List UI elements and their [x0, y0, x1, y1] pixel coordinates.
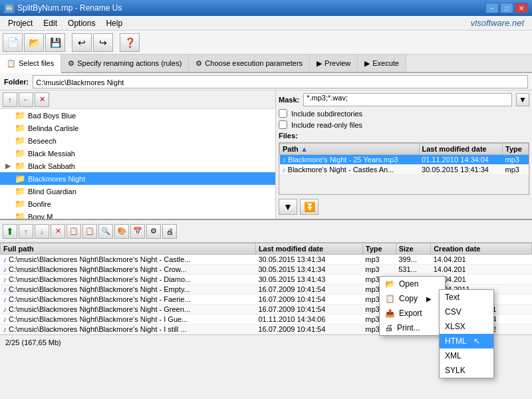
tree-back-button[interactable]: ← [19, 92, 33, 107]
menu-edit[interactable]: Edit [38, 16, 63, 30]
color-button[interactable]: 🎨 [114, 224, 129, 239]
results-table-row[interactable]: ♪ C:\music\Blackmores Night\Blackmore's … [1, 275, 532, 285]
ctx-open[interactable]: 📂 Open [380, 277, 445, 291]
tab-label: Choose execution parameters [205, 59, 303, 67]
context-menu: 📂 Open 📋 Copy ▶ 📤 Export 🖨 Print... [379, 276, 446, 336]
include-readonly-row: Include read-only files [279, 120, 529, 129]
include-readonly-checkbox[interactable] [279, 120, 287, 129]
result-cdate: 14.04.201 [431, 255, 532, 265]
settings-button[interactable]: ⚙ [146, 224, 161, 239]
tab-select-files[interactable]: 📋 Select files [0, 55, 61, 73]
ctx-copy[interactable]: 📋 Copy ▶ [380, 291, 445, 306]
tree-item[interactable]: 📁 Belinda Carlisle [0, 122, 275, 134]
app-icon: 🔤 [4, 3, 15, 13]
ctx-print[interactable]: 🖨 Print... [380, 321, 445, 335]
tree-item[interactable]: 📁 Blind Guardian [0, 185, 275, 198]
col-size[interactable]: Size [396, 243, 430, 255]
paste-button[interactable]: 📋 [82, 224, 97, 239]
submenu-csv[interactable]: CSV [440, 305, 493, 319]
minimize-button[interactable]: − [485, 3, 499, 13]
files-table-row[interactable]: ♪ Blackmore's Night - 25 Years.mp3 01.11… [280, 155, 529, 165]
tree-item[interactable]: 📁 Bony M [0, 210, 275, 219]
delete-button[interactable]: ✕ [51, 224, 65, 239]
col-modified[interactable]: Last modified date [255, 243, 362, 255]
file-path: ♪ Blackmore's Night - 25 Years.mp3 [280, 155, 420, 165]
result-date: 16.07.2009 10:41:54 [255, 305, 362, 315]
submenu-sylk[interactable]: SYLK [440, 363, 493, 378]
folder-icon: 📁 [15, 136, 25, 146]
tree-item-label: Bonfire [28, 200, 51, 208]
col-fullpath[interactable]: Full path [1, 243, 256, 255]
tab-exec-params[interactable]: ⚙ Choose execution parameters [189, 55, 310, 72]
tree-item[interactable]: 📁 Bonfire [0, 198, 275, 210]
redo-button[interactable]: ↪ [93, 33, 113, 52]
folder-icon: 📁 [15, 211, 25, 219]
submenu-xml[interactable]: XML [440, 348, 493, 363]
files-table-row[interactable]: ♪ Blackmore's Night - Castles An... 30.0… [280, 165, 529, 175]
folder-tree[interactable]: 📁 Bad Boys Blue 📁 Belinda Carlisle 📁 Bes… [0, 109, 275, 219]
tree-toolbar: ↑ ← ✕ [0, 90, 275, 109]
col-modified[interactable]: Last modified date [419, 144, 502, 155]
search-button[interactable]: 🔍 [98, 224, 113, 239]
nav-down-button[interactable]: ▼ [279, 199, 297, 215]
tree-item[interactable]: ▶ 📁 Black Sabbath [0, 160, 275, 172]
undo-button[interactable]: ↩ [72, 33, 92, 52]
result-path: ♪ C:\music\Blackmores Night\Blackmore's … [1, 305, 256, 315]
main-content: ↑ ← ✕ 📁 Bad Boys Blue 📁 Belinda Carlisle… [0, 90, 532, 220]
tree-up-button[interactable]: ↑ [3, 92, 17, 107]
tree-item-label: Black Sabbath [28, 162, 75, 170]
tab-icon: ▶ [317, 59, 322, 68]
close-button[interactable]: ✕ [515, 3, 528, 13]
main-toolbar: 📄 📂 💾 ↩ ↪ ❓ [0, 31, 532, 55]
print-button[interactable]: 🖨 [162, 224, 177, 239]
tree-item-selected[interactable]: 📁 Blackmores Night [0, 172, 275, 185]
tree-item[interactable]: 📁 Beseech [0, 134, 275, 147]
menu-project[interactable]: Project [3, 16, 38, 30]
col-type[interactable]: Type [362, 243, 396, 255]
window-controls: − □ ✕ [485, 3, 528, 13]
sort-icon: ▲ [301, 145, 308, 153]
results-table-row[interactable]: ♪ C:\music\Blackmores Night\Blackmore's … [1, 255, 532, 265]
tab-preview[interactable]: ▶ Preview [310, 55, 358, 72]
help-button[interactable]: ❓ [120, 33, 140, 52]
result-path: ♪ C:\music\Blackmores Night\Blackmore's … [1, 255, 256, 265]
col-type[interactable]: Type [502, 144, 528, 155]
ctx-export[interactable]: 📤 Export [380, 306, 445, 321]
tree-item[interactable]: 📁 Black Messiah [0, 147, 275, 160]
mask-dropdown[interactable]: ▼ [516, 93, 529, 106]
calendar-button[interactable]: 📅 [130, 224, 145, 239]
copy-button[interactable]: 📋 [66, 224, 81, 239]
tab-execute[interactable]: ▶ Execute [358, 55, 406, 72]
tab-rename-rules[interactable]: ⚙ Specify renaming actions (rules) [61, 55, 189, 72]
tab-label: Select files [19, 59, 54, 67]
col-creation[interactable]: Creation date [431, 243, 532, 255]
menu-help[interactable]: Help [100, 16, 128, 30]
col-path[interactable]: Path ▲ [280, 144, 420, 155]
new-button[interactable]: 📄 [3, 33, 23, 52]
include-subdirs-row: Include subdirectories [279, 109, 529, 118]
result-date: 16.07.2009 10:41:54 [255, 325, 362, 334]
folder-path[interactable]: C:\music\Blackmores Night [33, 75, 528, 88]
step-tabs: 📋 Select files ⚙ Specify renaming action… [0, 55, 532, 73]
result-date: 01.11.2010 14:34:06 [255, 315, 362, 325]
include-subdirs-checkbox[interactable] [279, 109, 287, 118]
submenu-html[interactable]: HTML ↖ [440, 334, 493, 348]
results-table-row[interactable]: ♪ C:\music\Blackmores Night\Blackmore's … [1, 265, 532, 275]
nav-bottom-button[interactable]: ⏬ [300, 199, 319, 215]
open-button[interactable]: 📂 [24, 33, 44, 52]
maximize-button[interactable]: □ [500, 3, 513, 13]
export-submenu: Text CSV XLSX HTML ↖ XML SYLK [439, 289, 494, 378]
save-button[interactable]: 💾 [45, 33, 65, 52]
submenu-xlsx[interactable]: XLSX [440, 319, 493, 334]
menu-options[interactable]: Options [63, 16, 100, 30]
mask-input[interactable]: *.mp3;*.wav; [303, 93, 512, 106]
move-top-button[interactable]: ⬆ [3, 224, 17, 239]
tree-item[interactable]: 📁 Bad Boys Blue [0, 109, 275, 122]
move-up-button[interactable]: ↑ [19, 224, 33, 239]
move-down-button[interactable]: ↓ [35, 224, 49, 239]
music-icon: ♪ [283, 166, 286, 174]
result-path: ♪ C:\music\Blackmores Night\Blackmore's … [1, 285, 256, 295]
music-icon: ♪ [283, 156, 287, 164]
submenu-text[interactable]: Text [440, 290, 493, 305]
tree-remove-button[interactable]: ✕ [35, 92, 49, 107]
